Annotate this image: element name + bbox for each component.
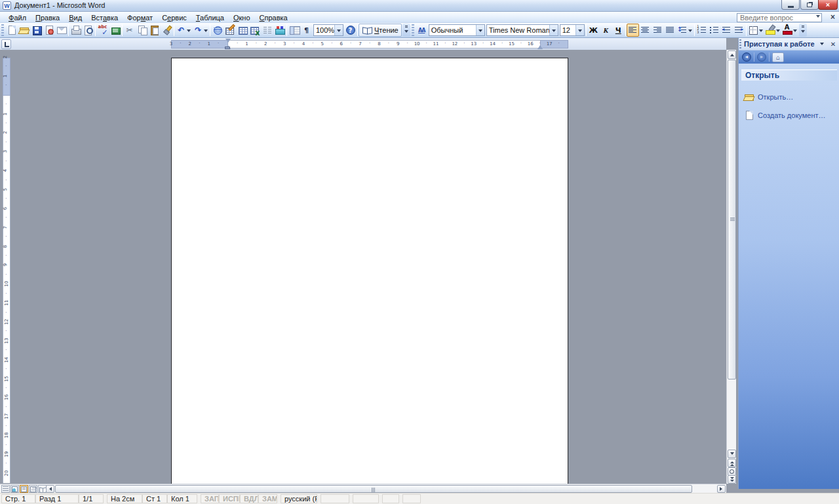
menu-item-Справка[interactable]: Справка [255,13,292,22]
style-combo[interactable]: Обычный [429,24,485,36]
numbering-button[interactable] [695,24,708,37]
research-button[interactable] [109,24,121,37]
forward-icon[interactable]: ▸ [757,52,766,62]
outline-view-button[interactable] [29,485,37,493]
open-button[interactable] [18,24,30,37]
document-page[interactable] [171,58,568,484]
italic-button[interactable]: К [600,24,612,37]
bold-button[interactable]: Ж [587,24,600,37]
print-layout-view-button[interactable] [20,485,28,493]
horizontal-scroll-thumb[interactable] [55,485,692,493]
save-button[interactable] [30,24,43,37]
read-mode-button[interactable]: Чтение [359,24,402,37]
menu-item-Вид[interactable]: Вид [64,13,87,22]
highlight-button[interactable] [764,24,781,37]
menubar-close-icon[interactable]: × [830,12,835,22]
permission-button[interactable] [43,24,55,37]
align-center-button[interactable] [639,24,652,37]
tab-selector-button[interactable] [1,39,11,49]
scroll-left-button[interactable] [46,485,54,493]
next-page-button[interactable] [728,475,736,484]
task-pane-link[interactable]: Открыть… [744,92,837,102]
help-button[interactable]: ? [344,24,357,37]
spelling-button[interactable] [96,24,109,37]
toolbar-options-button[interactable] [402,24,410,37]
increase-indent-button[interactable] [733,24,745,37]
toolbar-grip[interactable] [412,24,414,36]
menu-item-Вставка[interactable]: Вставка [87,13,123,22]
show-hide-formatting-button[interactable]: ¶ [300,24,313,37]
menu-item-Окно[interactable]: Окно [229,13,255,22]
scroll-up-button[interactable] [728,50,736,59]
menu-item-Таблица[interactable]: Таблица [191,13,229,22]
task-pane-link[interactable]: Создать документ… [744,110,837,121]
dropdown-arrow-icon[interactable] [549,25,558,35]
font-color-button[interactable] [781,24,798,37]
menu-item-Формат[interactable]: Формат [123,13,157,22]
dropdown-arrow-icon[interactable] [186,24,191,36]
dropdown-arrow-icon[interactable] [203,24,208,36]
vertical-scroll-thumb[interactable] [728,60,736,379]
home-icon[interactable]: ⌂ [772,52,784,62]
dropdown-arrow-icon[interactable] [576,25,584,35]
web-layout-view-button[interactable] [10,485,19,493]
undo-button[interactable] [175,24,192,37]
toolbar-options-button[interactable] [799,24,807,37]
dropdown-arrow-icon[interactable] [758,24,764,36]
insert-table-button[interactable] [236,24,248,37]
align-right-button[interactable] [652,24,664,37]
ruler-tick: · [5,442,7,448]
task-pane-grip[interactable] [739,39,741,48]
document-map-button[interactable] [288,24,300,37]
align-left-button[interactable] [627,24,639,37]
toolbar-grip[interactable] [1,24,4,36]
menu-item-Файл[interactable]: Файл [4,13,31,22]
previous-page-button[interactable] [728,459,736,467]
format-painter-button[interactable] [161,24,173,37]
bullets-button[interactable] [708,24,720,37]
columns-button[interactable] [261,24,273,37]
align-justify-button[interactable] [664,24,676,37]
normal-view-button[interactable] [1,485,10,493]
menu-item-Правка[interactable]: Правка [31,13,64,22]
question-dropdown-icon[interactable] [816,15,820,20]
decrease-indent-button[interactable] [720,24,733,37]
minimize-button[interactable] [781,0,800,10]
status-ЗАМ: ЗАМ [258,494,277,503]
task-pane-close-icon[interactable]: ✕ [829,39,838,48]
font-size-combo[interactable]: 12 [560,24,585,36]
dropdown-arrow-icon[interactable] [476,25,484,35]
font-combo[interactable]: Times New Roman [486,24,558,36]
styles-and-formatting-button[interactable]: АА [416,24,428,37]
print-button[interactable] [69,24,82,37]
email-button[interactable] [55,24,68,37]
drawing-button[interactable] [273,24,286,37]
underline-button[interactable]: Ч [612,24,625,37]
copy-button[interactable] [136,24,148,37]
cut-button[interactable] [123,24,136,37]
tables-and-borders-button[interactable] [224,24,236,37]
close-button[interactable]: × [818,0,838,10]
task-pane-dropdown-icon[interactable] [817,39,827,48]
insert-hyperlink-button[interactable] [211,24,224,37]
scroll-right-button[interactable] [717,485,726,493]
redo-button[interactable] [192,24,209,37]
ruler-number: 11 [4,300,9,306]
line-spacing-button[interactable] [676,24,693,37]
restore-button[interactable] [800,0,819,10]
dropdown-arrow-icon[interactable] [334,25,343,35]
dropdown-arrow-icon[interactable] [775,24,781,36]
back-icon[interactable]: ◂ [742,52,751,62]
menu-item-Сервис[interactable]: Сервис [157,13,191,22]
dropdown-arrow-icon[interactable] [688,24,693,36]
left-indent-marker[interactable] [225,47,230,49]
insert-excel-worksheet-button[interactable] [248,24,261,37]
ask-question-input[interactable] [737,13,822,22]
scroll-down-button[interactable] [728,450,736,458]
paste-button[interactable] [148,24,161,37]
print-preview-button[interactable] [82,24,94,37]
outside-border-button[interactable] [747,24,764,37]
dropdown-arrow-icon[interactable] [792,24,798,36]
new-document-button[interactable] [5,24,18,37]
zoom-combo[interactable]: 100% [313,24,343,36]
